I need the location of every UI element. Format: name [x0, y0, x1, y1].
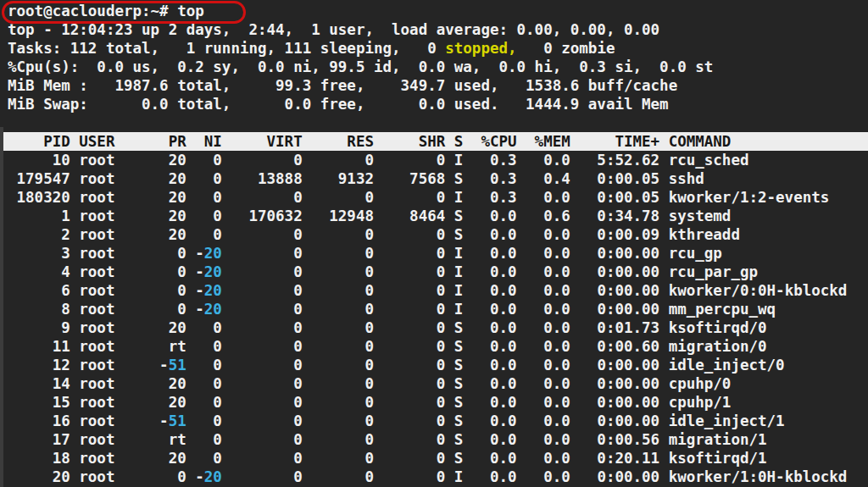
top-summary-line: MiB Swap: 0.0 total, 0.0 free, 0.0 used.… — [8, 95, 868, 113]
process-row: 179547 root 20 0 13888 9132 7568 S 0.3 0… — [8, 169, 868, 188]
process-row: 11 root rt 0 0 0 0 S 0.0 0.0 0:00.60 mig… — [8, 337, 868, 356]
top-summary-line: Tasks: 112 total, 1 running, 111 sleepin… — [8, 39, 868, 58]
process-row: 2 root 20 0 0 0 0 S 0.0 0.0 0:00.09 kthr… — [8, 225, 868, 244]
negative-nice-value: 20 — [204, 245, 222, 262]
top-summary-line: MiB Mem : 1987.6 total, 99.3 free, 349.7… — [8, 76, 868, 95]
process-row: 180320 root 20 0 0 0 0 I 0.3 0.0 0:00.05… — [8, 188, 868, 207]
top-summary-line: %Cpu(s): 0.0 us, 0.2 sy, 0.0 ni, 99.5 id… — [8, 58, 868, 76]
shell-prompt: root@caclouderp:~# top — [8, 3, 204, 19]
summary-text: MiB Mem : 1987.6 total, 99.3 free, 349.7… — [8, 77, 677, 94]
process-row: 10 root 20 0 0 0 0 I 0.3 0.0 5:52.62 rcu… — [8, 151, 868, 169]
process-row: 3 root 0 -20 0 0 0 I 0.0 0.0 0:00.00 rcu… — [8, 244, 868, 263]
shell-prompt-line: root@caclouderp:~# top — [8, 2, 868, 20]
process-row: 15 root 20 0 0 0 0 S 0.0 0.0 0:00.00 cpu… — [8, 393, 868, 412]
negative-nice-value: 51 — [169, 357, 186, 374]
process-row: 4 root 0 -20 0 0 0 I 0.0 0.0 0:00.00 rcu… — [8, 263, 868, 281]
process-row: 17 root rt 0 0 0 0 S 0.0 0.0 0:00.56 mig… — [8, 430, 868, 449]
summary-text: top - 12:04:23 up 2 days, 2:44, 1 user, … — [8, 21, 659, 38]
top-summary-line: top - 12:04:23 up 2 days, 2:44, 1 user, … — [8, 20, 868, 39]
process-table-body: 10 root 20 0 0 0 0 I 0.3 0.0 5:52.62 rcu… — [8, 151, 868, 486]
negative-nice-value: 20 — [204, 301, 222, 318]
process-row: 9 root 20 0 0 0 0 S 0.0 0.0 0:01.73 ksof… — [8, 318, 868, 337]
summary-text: MiB Swap: 0.0 total, 0.0 free, 0.0 used.… — [8, 96, 669, 113]
negative-nice-value: 20 — [204, 282, 222, 299]
negative-nice-value: 20 — [204, 468, 222, 485]
terminal-output: root@caclouderp:~# top top - 12:04:23 up… — [3, 2, 868, 486]
negative-nice-value: 20 — [204, 263, 222, 280]
summary-text: 0 zombie — [517, 40, 615, 57]
process-row: 14 root 20 0 0 0 0 S 0.0 0.0 0:00.00 cpu… — [8, 374, 868, 393]
summary-highlight: stopped, — [445, 40, 516, 57]
process-table-header: PID USER PR NI VIRT RES SHR S %CPU %MEM … — [3, 132, 868, 151]
process-row: 12 root -51 0 0 0 0 S 0.0 0.0 0:00.00 id… — [8, 356, 868, 374]
negative-nice-value: 51 — [169, 412, 186, 429]
summary-text: %Cpu(s): 0.0 us, 0.2 sy, 0.0 ni, 99.5 id… — [8, 58, 713, 75]
process-row: 18 root 20 0 0 0 0 S 0.0 0.0 0:20.11 kso… — [8, 449, 868, 468]
process-row: 20 root 0 -20 0 0 0 I 0.0 0.0 0:00.00 kw… — [8, 468, 868, 486]
top-summary: top - 12:04:23 up 2 days, 2:44, 1 user, … — [8, 20, 868, 113]
process-row: 1 root 20 0 170632 12948 8464 S 0.0 0.6 … — [8, 207, 868, 225]
process-row: 16 root -51 0 0 0 0 S 0.0 0.0 0:00.00 id… — [8, 412, 868, 430]
process-row: 6 root 0 -20 0 0 0 I 0.0 0.0 0:00.00 kwo… — [8, 281, 868, 300]
summary-text: Tasks: 112 total, 1 running, 111 sleepin… — [8, 40, 445, 57]
process-row: 8 root 0 -20 0 0 0 I 0.0 0.0 0:00.00 mm_… — [8, 300, 868, 318]
blank-line — [8, 113, 868, 132]
terminal-window[interactable]: root@caclouderp:~# top top - 12:04:23 up… — [0, 0, 868, 487]
